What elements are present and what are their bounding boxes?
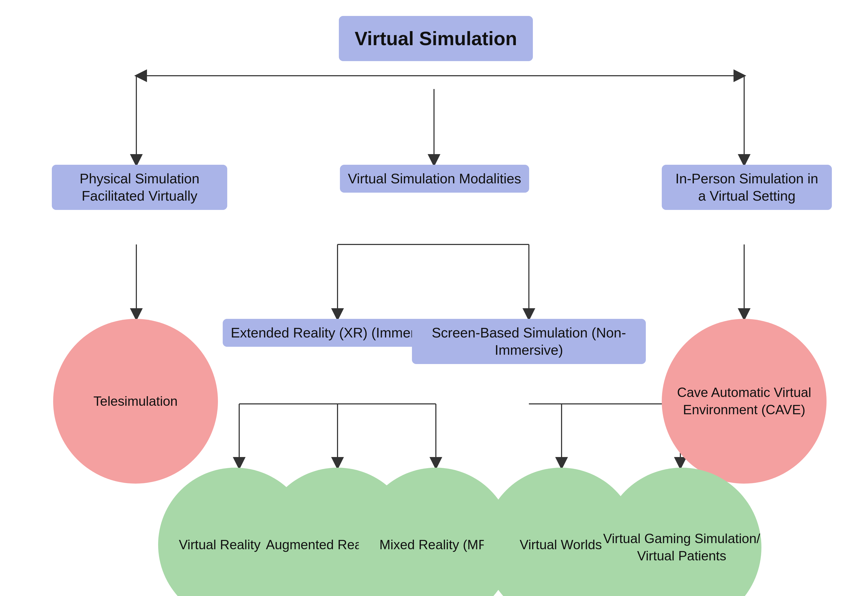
node-modalities: Virtual Simulation Modalities (291, 165, 578, 193)
cave-label: Cave Automatic Virtual Environment (CAVE… (662, 319, 827, 484)
node-gaming: Virtual Gaming Simulation/ Virtual Patie… (602, 468, 762, 596)
screen-label: Screen-Based Simulation (Non-Immersive) (412, 319, 646, 364)
modalities-label: Virtual Simulation Modalities (340, 165, 529, 193)
node-telesimulation: Telesimulation (53, 319, 218, 484)
inperson-label: In-Person Simulation in a Virtual Settin… (662, 165, 832, 210)
node-physical: Physical Simulation Facilitated Virtuall… (52, 165, 227, 210)
diagram: Virtual Simulation Physical Simulation F… (0, 0, 868, 596)
telesimulation-label: Telesimulation (53, 319, 218, 484)
node-root: Virtual Simulation (327, 16, 545, 61)
node-inperson: In-Person Simulation in a Virtual Settin… (662, 165, 832, 210)
physical-label: Physical Simulation Facilitated Virtuall… (52, 165, 227, 210)
gaming-label: Virtual Gaming Simulation/ Virtual Patie… (602, 468, 762, 596)
node-cave: Cave Automatic Virtual Environment (CAVE… (662, 319, 827, 484)
root-label: Virtual Simulation (339, 16, 533, 61)
node-screen: Screen-Based Simulation (Non-Immersive) (412, 319, 646, 364)
